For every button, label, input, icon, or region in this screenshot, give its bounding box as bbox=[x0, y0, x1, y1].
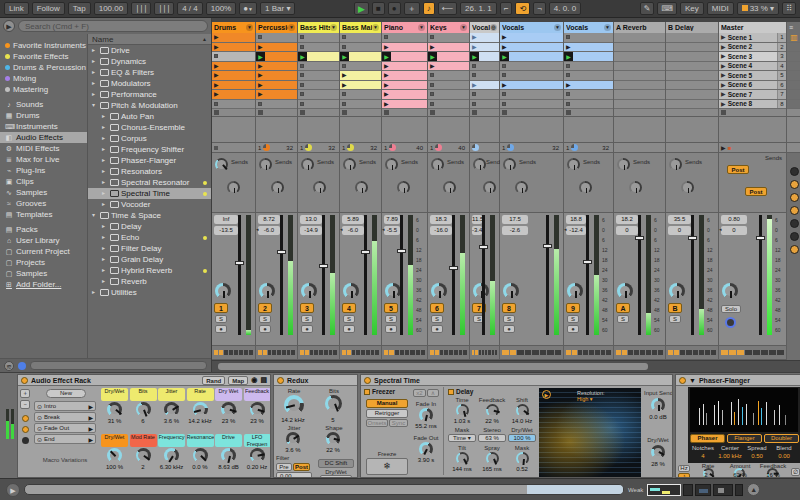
key-map-button[interactable]: Key bbox=[680, 2, 704, 15]
clip-slot[interactable] bbox=[564, 33, 613, 43]
track-header[interactable]: Percussion▼ bbox=[256, 22, 297, 33]
freezer-on-square[interactable] bbox=[364, 389, 370, 395]
pan-knob[interactable] bbox=[669, 283, 685, 299]
variation-launch-icon[interactable]: ▶ bbox=[88, 403, 93, 410]
clip-slot[interactable] bbox=[298, 81, 339, 91]
send-b-knob[interactable] bbox=[681, 181, 694, 194]
post-b-button[interactable]: Post bbox=[745, 187, 767, 196]
delay-on-square[interactable] bbox=[448, 389, 454, 395]
clip-slot[interactable] bbox=[666, 81, 718, 91]
shape-knob[interactable] bbox=[326, 432, 340, 446]
volume-fader-handle[interactable] bbox=[277, 250, 286, 254]
track-header[interactable]: Bass Main▼ bbox=[340, 22, 381, 33]
clip-slot[interactable] bbox=[666, 43, 718, 53]
solo-button[interactable]: S bbox=[259, 315, 271, 323]
clip-slot[interactable] bbox=[428, 71, 469, 81]
clip-slot[interactable] bbox=[564, 100, 613, 110]
sidebar-item-samples[interactable]: ▢Samples bbox=[0, 268, 87, 279]
mixer-toggle-icon-4[interactable] bbox=[790, 219, 799, 228]
sidebar-item-samples[interactable]: ∿Samples bbox=[0, 187, 87, 198]
rack-strip-dot-dark[interactable] bbox=[22, 437, 29, 444]
device-title-bar[interactable]: Spectral Time bbox=[361, 375, 672, 386]
scene-row[interactable]: ▶Scene 11 bbox=[719, 33, 786, 43]
tap-tempo-button[interactable]: Tap bbox=[68, 2, 91, 15]
device-hscrollbar-thumb[interactable] bbox=[527, 485, 623, 494]
clip-slot[interactable] bbox=[298, 90, 339, 100]
send-b-knob[interactable] bbox=[629, 181, 642, 194]
sidebar-item-current-project[interactable]: ▢Current Project bbox=[0, 246, 87, 257]
sidebar-item-add-folder-[interactable]: ⊞Add Folder... bbox=[0, 279, 87, 290]
tree-item-chorus-ensemble[interactable]: ▸Chorus-Ensemble bbox=[88, 122, 211, 133]
minimap-segment-delay[interactable] bbox=[713, 484, 733, 496]
sidebar-item-collection[interactable]: Favorite Effects bbox=[0, 51, 87, 62]
session-hscrollbar[interactable] bbox=[212, 360, 800, 372]
clip-slot[interactable] bbox=[500, 71, 563, 81]
macro-knob[interactable] bbox=[193, 402, 208, 417]
track-header[interactable]: Piano▼ bbox=[382, 22, 427, 33]
clip-slot[interactable]: ▶ bbox=[470, 43, 499, 53]
track-activator-button[interactable]: 5 bbox=[384, 303, 398, 313]
tree-item-echo[interactable]: ▸Echo bbox=[88, 232, 211, 243]
minimap-segment-phaser[interactable] bbox=[735, 484, 743, 496]
variation-launch-icon[interactable]: ▶ bbox=[88, 436, 93, 443]
group-fold-icon[interactable]: ◎ bbox=[490, 24, 497, 31]
sidebar-item-instruments[interactable]: ⌨Instruments bbox=[0, 121, 87, 132]
tree-item-grain-delay[interactable]: ▸Grain Delay bbox=[88, 254, 211, 265]
pan-knob[interactable] bbox=[343, 283, 359, 299]
tree-item-resonators[interactable]: ▸Resonators bbox=[88, 166, 211, 177]
track-dropdown-icon[interactable]: ▼ bbox=[372, 24, 379, 31]
tree-expand-arrow-icon[interactable]: ▸ bbox=[92, 56, 98, 67]
metronome-button[interactable]: ●▼ bbox=[239, 2, 257, 15]
volume-fader[interactable] bbox=[238, 215, 241, 335]
browser-name-header[interactable]: Name ▲ bbox=[88, 34, 211, 45]
tree-expand-arrow-icon[interactable]: ▸ bbox=[102, 144, 108, 155]
nudge-up-button[interactable]: ∣∣∣ bbox=[154, 2, 174, 15]
clip-slot[interactable]: ▶ bbox=[500, 81, 563, 91]
solo-button[interactable]: S bbox=[669, 315, 681, 323]
volume-fader[interactable] bbox=[546, 215, 549, 335]
send-a-knob[interactable] bbox=[259, 158, 272, 171]
variation-row[interactable]: ⊙Fade Out▶ bbox=[34, 423, 96, 433]
scene-row[interactable]: ▶Scene 66 bbox=[719, 81, 786, 91]
preview-scrub-bar[interactable] bbox=[30, 361, 207, 370]
clip-slot[interactable] bbox=[256, 33, 297, 43]
macro-knob[interactable] bbox=[136, 402, 151, 417]
solo-button[interactable]: S bbox=[215, 315, 227, 323]
cue-icon[interactable] bbox=[725, 317, 736, 328]
volume-field[interactable]: -13.5 bbox=[214, 226, 238, 235]
sidebar-item-drums[interactable]: ▦Drums bbox=[0, 110, 87, 121]
device-title-bar[interactable]: Audio Effect RackRandMap◉▤ bbox=[18, 375, 270, 386]
sidebar-item-packs[interactable]: ▤Packs bbox=[0, 224, 87, 235]
solo-button[interactable]: S bbox=[385, 315, 397, 323]
send-b-knob[interactable] bbox=[397, 181, 410, 194]
clip-slot[interactable] bbox=[298, 43, 339, 53]
arm-record-button[interactable]: ● bbox=[431, 325, 443, 333]
pan-knob[interactable] bbox=[431, 283, 447, 299]
tree-expand-arrow-icon[interactable]: ▸ bbox=[102, 199, 108, 210]
feedback-knob[interactable] bbox=[486, 404, 499, 417]
clip-slot[interactable] bbox=[256, 100, 297, 110]
clip-slot[interactable]: ▶ bbox=[428, 62, 469, 72]
send-a-knob[interactable] bbox=[473, 158, 486, 171]
clip-slot[interactable]: ▶ bbox=[340, 52, 381, 62]
mixer-toggle-icon-0[interactable] bbox=[790, 167, 799, 176]
volume-fader-handle[interactable] bbox=[635, 236, 644, 240]
tree-item-corpus[interactable]: ▸Corpus bbox=[88, 133, 211, 144]
session-hscrollbar-thumb[interactable] bbox=[218, 363, 648, 370]
tree-expand-arrow-icon[interactable]: ▸ bbox=[102, 111, 108, 122]
tree-item-auto-pan[interactable]: ▸Auto Pan bbox=[88, 111, 211, 122]
clip-slot[interactable]: ▶ bbox=[428, 43, 469, 53]
show-chains-icon[interactable]: ◉ bbox=[251, 376, 257, 384]
device-hscrollbar[interactable] bbox=[24, 484, 624, 495]
input-send-knob[interactable] bbox=[651, 398, 665, 412]
clip-slot[interactable] bbox=[340, 43, 381, 53]
clip-slot[interactable]: ▶ bbox=[564, 52, 613, 62]
device-activator-led[interactable] bbox=[679, 377, 686, 384]
send-b-knob[interactable] bbox=[227, 181, 240, 194]
rack-strip-dot[interactable] bbox=[22, 426, 29, 433]
track-activator-button[interactable]: B bbox=[668, 303, 682, 313]
clip-slot[interactable]: ▶ bbox=[564, 81, 613, 91]
mixer-toggle-icon-5[interactable] bbox=[790, 232, 799, 241]
track-activator-button[interactable]: A bbox=[616, 303, 630, 313]
macro-knob[interactable] bbox=[107, 448, 122, 463]
